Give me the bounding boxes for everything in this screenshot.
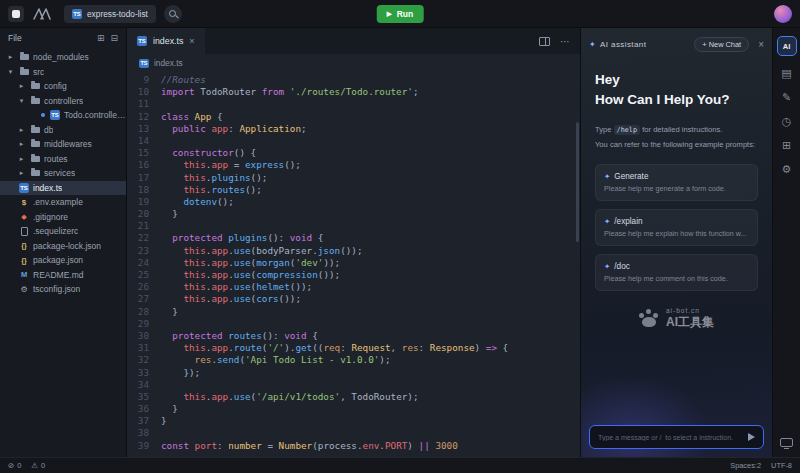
tree-item-node_modules[interactable]: ▸node_modules	[0, 50, 126, 65]
file-label: middlewares	[44, 139, 92, 149]
search-button[interactable]	[164, 5, 182, 23]
project-tab[interactable]: TS express-todo-list	[64, 5, 156, 23]
app-window: TS express-todo-list ▶ Run File ⊞ ⊟ ▸nod…	[0, 0, 800, 473]
git-icon: ◆	[19, 212, 29, 222]
ai-panel-header: ✦ AI assistant + New Chat ×	[581, 32, 772, 56]
edit-icon[interactable]: ✎	[782, 92, 791, 103]
app-logo-icon[interactable]	[8, 6, 24, 22]
avatar[interactable]	[774, 5, 792, 23]
prompt-title: /doc	[614, 262, 629, 271]
code-line: 25 this.app.use(compression());	[127, 269, 580, 281]
prompt-title: /explain	[614, 217, 642, 226]
statusbar: ⊘ 0 ⚠ 0 Spaces:2 UTF-8	[0, 457, 800, 473]
tree-item-.gitignore[interactable]: ◆.gitignore	[0, 210, 126, 225]
file-label: package-lock.json	[33, 241, 101, 251]
prompt-card[interactable]: ✦/docPlease help me comment on this code…	[595, 254, 758, 291]
tree-item-middlewares[interactable]: ▸middlewares	[0, 137, 126, 152]
editor: TS index.ts × ⋯ TS index.ts 9//Routes10i…	[127, 28, 580, 457]
breadcrumb-label: index.ts	[154, 58, 183, 68]
extensions-icon[interactable]: ⊞	[782, 140, 791, 151]
folder-icon	[30, 125, 40, 135]
settings-icon[interactable]: ⚙	[782, 164, 792, 175]
file-label: Todo.controller.ts	[64, 110, 126, 120]
topbar: TS express-todo-list ▶ Run	[0, 0, 800, 28]
tree-item-config[interactable]: ▸config	[0, 79, 126, 94]
errors-indicator[interactable]: ⊘ 0	[8, 461, 21, 470]
file-label: routes	[44, 154, 68, 164]
more-icon[interactable]: ⋯	[560, 36, 570, 47]
gear-icon: ⚙	[19, 284, 29, 294]
code-line: 20 }	[127, 208, 580, 220]
tree-item-db[interactable]: ▸db	[0, 123, 126, 138]
code-line: 38	[127, 427, 580, 439]
tree-item-routes[interactable]: ▸routes	[0, 152, 126, 167]
file-explorer: File ⊞ ⊟ ▸node_modules▾src▸config▾contro…	[0, 28, 127, 457]
prompt-card[interactable]: ✦/explainPlease help me explain how this…	[595, 209, 758, 246]
tree-item-tsconfig.json[interactable]: ⚙tsconfig.json	[0, 282, 126, 297]
prompt-title: Generate	[614, 172, 648, 181]
prompt-description: Please help me explain how this function…	[604, 229, 749, 238]
warning-icon: ⚠	[31, 461, 38, 470]
new-file-icon[interactable]: ⊞	[97, 33, 105, 43]
split-editor-icon[interactable]	[539, 37, 550, 46]
tab-label: index.ts	[153, 36, 183, 46]
warnings-indicator[interactable]: ⚠ 0	[31, 461, 45, 470]
run-button[interactable]: ▶ Run	[377, 5, 424, 23]
send-icon[interactable]	[748, 433, 755, 441]
breadcrumb[interactable]: TS index.ts	[127, 54, 580, 72]
sparkle-icon: ✦	[604, 262, 610, 271]
editor-scrollbar[interactable]	[576, 122, 579, 242]
files-icon[interactable]: ▤	[781, 68, 791, 79]
file-label: src	[33, 67, 44, 77]
close-icon[interactable]: ×	[758, 39, 764, 50]
project-name: express-todo-list	[87, 9, 148, 19]
ai-message-input[interactable]	[598, 434, 742, 441]
file-label: config	[44, 81, 67, 91]
tree-item-.env.example[interactable]: $.env.example	[0, 195, 126, 210]
hint-text: Type	[595, 125, 614, 134]
ai-badge[interactable]: AI	[777, 36, 797, 56]
folder-icon	[30, 81, 40, 91]
screen-icon[interactable]	[780, 438, 793, 447]
search-icon	[169, 10, 176, 17]
tree-item-package-lock.json[interactable]: {}package-lock.json	[0, 239, 126, 254]
file-label: .sequelizerc	[33, 226, 78, 236]
tree-item-Todo.controller.ts[interactable]: TSTodo.controller.ts	[0, 108, 126, 123]
watermark-name: AI工具集	[666, 315, 714, 329]
json-icon: {}	[19, 241, 29, 251]
code-line: 22 protected plugins(): void {	[127, 232, 580, 244]
tree-item-controllers[interactable]: ▾controllers	[0, 94, 126, 109]
error-count: 0	[17, 461, 21, 470]
greeting-line2: How Can I Help You?	[595, 90, 758, 110]
prompt-description: Please help me comment on this code.	[604, 274, 749, 283]
close-icon[interactable]: ×	[189, 36, 194, 46]
tree-item-services[interactable]: ▸services	[0, 166, 126, 181]
explorer-title: File	[8, 33, 22, 43]
hint-text2: You can refer to the following example p…	[595, 138, 758, 152]
chevron-icon: ▸	[17, 126, 26, 134]
collapse-folders-icon[interactable]: ⊟	[110, 33, 118, 43]
code-line: 24 this.app.use(morgan('dev'));	[127, 257, 580, 269]
code-line: 36 }	[127, 403, 580, 415]
tree-item-index.ts[interactable]: TSindex.ts	[0, 181, 126, 196]
tree-item-package.json[interactable]: {}package.json	[0, 253, 126, 268]
prompt-card[interactable]: ✦GeneratePlease help me generate a form …	[595, 164, 758, 201]
code-line: 16 this.app = express();	[127, 159, 580, 171]
new-chat-button[interactable]: + New Chat	[694, 37, 749, 52]
history-icon[interactable]: ◷	[782, 116, 792, 127]
tab-index-ts[interactable]: TS index.ts ×	[127, 28, 205, 54]
right-strip-icons: ▤✎◷⊞⚙	[781, 68, 791, 175]
tree-item-src[interactable]: ▾src	[0, 65, 126, 80]
typescript-icon: TS	[50, 110, 60, 120]
run-label: Run	[397, 9, 414, 19]
code-line: 10import TodoRouter from './routes/Todo.…	[127, 86, 580, 98]
encoding-setting[interactable]: UTF-8	[771, 461, 792, 470]
indent-setting[interactable]: Spaces:2	[730, 461, 761, 470]
code-line: 37}	[127, 415, 580, 427]
help-command-chip: /help	[614, 125, 640, 135]
watermark: ai-bot.cn AI工具集	[581, 307, 772, 329]
tree-item-README.md[interactable]: MREADME.md	[0, 268, 126, 283]
markdown-icon: M	[19, 270, 29, 280]
tree-item-.sequelizerc[interactable]: .sequelizerc	[0, 224, 126, 239]
code-area[interactable]: 9//Routes10import TodoRouter from './rou…	[127, 72, 580, 457]
